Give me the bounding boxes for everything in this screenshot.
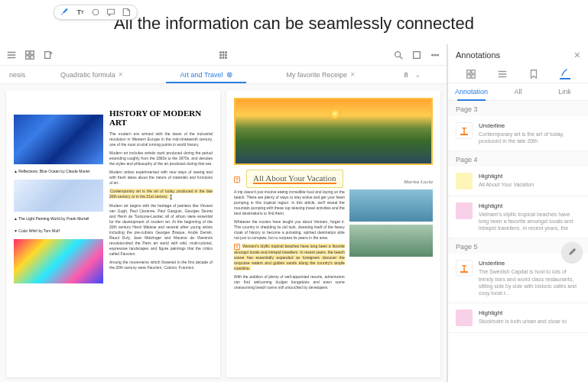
close-icon[interactable]: ⊗: [226, 70, 232, 79]
close-icon[interactable]: ×: [350, 70, 355, 79]
artwork-image: [14, 180, 103, 212]
paragraph: A trip doesn't just involve eating incre…: [234, 189, 345, 216]
page-right: T All About Your Vacation Marisa Lucia A…: [226, 90, 440, 377]
svg-rect-22: [467, 75, 470, 78]
close-icon[interactable]: ×: [119, 70, 123, 79]
text-cursor-icon: [169, 194, 175, 200]
edit-fab[interactable]: [562, 242, 582, 262]
svg-rect-20: [467, 70, 470, 73]
svg-point-12: [223, 57, 224, 58]
svg-rect-15: [414, 51, 421, 58]
highlight-icon: [456, 309, 473, 326]
annotation-tool-icon[interactable]: [560, 69, 570, 79]
svg-rect-0: [26, 50, 29, 53]
section-header: Page 3: [448, 101, 588, 116]
svg-rect-4: [45, 51, 50, 58]
close-button[interactable]: ×: [574, 49, 580, 61]
annotations-sidebar: Annotations × Annotation All Link Page 3…: [447, 44, 588, 382]
annotation-item[interactable]: T UnderlineThe Swedish Capital is host t…: [448, 254, 588, 303]
highlighted-text: Contemporary art is the art of today, pr…: [109, 189, 213, 200]
apps-icon[interactable]: [218, 50, 229, 60]
svg-point-7: [226, 51, 227, 53]
list-icon[interactable]: [6, 50, 17, 60]
sidebar-title: Annotations: [456, 50, 500, 60]
annotation-item[interactable]: T UnderlineContemporary art is the art o…: [448, 116, 588, 151]
artwork-image: [14, 115, 103, 164]
hero-image: [234, 98, 433, 165]
section-header: Page 4: [448, 151, 588, 167]
expand-icon[interactable]: [411, 50, 422, 60]
paragraph: Whatever the movies have taught you abou…: [234, 219, 345, 241]
paragraph: Modern art begins with the heritage of p…: [109, 203, 213, 257]
tab-annotation[interactable]: Annotation: [448, 83, 495, 100]
svg-point-13: [226, 57, 227, 58]
svg-rect-23: [472, 75, 475, 78]
svg-point-14: [395, 51, 401, 57]
svg-point-16: [432, 54, 434, 56]
image-caption: ▲ Reflections, Blue Ocean by Claude Mone…: [14, 169, 103, 173]
svg-point-9: [223, 54, 224, 56]
tab-all[interactable]: All: [495, 83, 541, 100]
page-counter[interactable]: 8⌄: [378, 66, 447, 83]
highlighted-paragraph: TVietnam's idyllic tropical beaches have…: [234, 244, 345, 271]
page-left: ▲ Reflections, Blue Ocean by Claude Mone…: [6, 90, 220, 377]
top-toolbar: [0, 44, 447, 66]
underline-icon: T: [456, 122, 473, 139]
thumbnail-image: [349, 225, 433, 257]
bookmark-icon[interactable]: [528, 69, 539, 79]
svg-point-8: [220, 54, 222, 56]
article-title: HISTORY OF MODERN ART: [109, 108, 213, 127]
main-pane: nesis Quadratic formula× Art and Travel⊗…: [0, 44, 447, 382]
annotation-list[interactable]: Page 3 T UnderlineContemporary art is th…: [448, 101, 588, 382]
annotation-item[interactable]: HighlightVietnam's idyllic tropical beac…: [448, 196, 588, 238]
paragraph: Among the movements which flowered in th…: [109, 260, 213, 270]
tab-quadratic[interactable]: Quadratic formula×: [34, 66, 149, 83]
underline-icon: T: [456, 260, 473, 277]
annotation-item[interactable]: HighlightAll About Your Vacation: [448, 167, 588, 196]
tab-bar: nesis Quadratic formula× Art and Travel⊗…: [0, 66, 447, 84]
highlight-icon: [456, 202, 473, 219]
add-icon[interactable]: [43, 50, 54, 60]
document-viewport[interactable]: TT ▲ Reflections, Blue Ocean by Claude M…: [0, 84, 447, 382]
tab-genesis[interactable]: nesis: [0, 66, 34, 83]
svg-point-18: [437, 54, 439, 56]
tab-link[interactable]: Link: [541, 83, 588, 100]
article-title-box: All About Your Vacation: [246, 170, 343, 188]
svg-point-6: [223, 51, 224, 53]
svg-point-5: [220, 51, 222, 53]
grid-icon[interactable]: [24, 50, 35, 60]
grid-view-icon[interactable]: [466, 69, 476, 79]
annotation-marker[interactable]: T: [234, 176, 240, 183]
image-caption: ▼ Color Whirl by Tom Wolf: [14, 228, 103, 233]
image-caption: ▲ The Light Painting World by Frank Morr…: [14, 216, 103, 221]
paragraph: With the addition of plenty of well-appo…: [234, 274, 345, 290]
artwork-image: [14, 239, 103, 283]
paragraph: Modern artists experimented with new way…: [109, 170, 213, 186]
tab-art-travel[interactable]: Art and Travel⊗: [149, 66, 264, 83]
highlight-icon: [456, 173, 473, 189]
more-icon[interactable]: [430, 50, 440, 60]
svg-rect-1: [31, 50, 34, 53]
tab-recipe[interactable]: My favorite Receipe×: [263, 66, 378, 83]
list-view-icon[interactable]: [497, 69, 508, 79]
annotation-marker[interactable]: T: [234, 244, 240, 250]
thumbnail-image: [349, 189, 433, 222]
svg-rect-3: [31, 55, 34, 58]
svg-rect-21: [472, 70, 475, 73]
annotation-item[interactable]: HighlightStockholm is both urban and clo…: [448, 303, 588, 333]
search-icon[interactable]: [393, 50, 404, 60]
svg-point-17: [434, 54, 436, 56]
svg-point-11: [220, 57, 222, 58]
svg-point-10: [226, 54, 227, 56]
paragraph: The modern era arrived with the dawn of …: [109, 131, 213, 147]
paragraph: Modern art includes artistic work produc…: [109, 151, 213, 167]
svg-rect-2: [26, 55, 29, 58]
